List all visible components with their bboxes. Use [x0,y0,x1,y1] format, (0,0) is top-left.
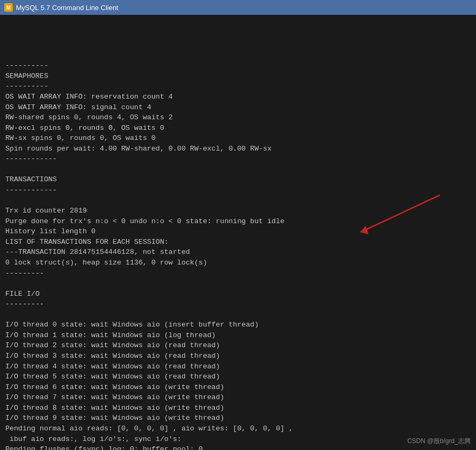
terminal-line: RW-shared spins 0, rounds 4, OS waits 2 [5,112,471,123]
terminal-line: FILE I/O [5,289,471,299]
terminal-line: RW-sx spins 0, rounds 0, OS waits 0 [5,133,471,144]
terminal-content: ----------SEMAPHORES----------OS WAIT AR… [5,40,471,450]
terminal-line: ---TRANSACTION 281475154446128, not star… [5,247,471,258]
terminal-line: I/O thread 1 state: wait Windows aio (lo… [5,330,471,341]
terminal-line: Trx id counter 2819 [5,206,471,216]
terminal-line [5,164,471,175]
terminal-line: Purge done for trx's n:o < 0 undo n:o < … [5,216,471,227]
terminal-line: ibuf aio reads:, log i/o's:, sync i/o's: [5,434,471,445]
terminal-line: SEMAPHORES [5,71,471,82]
terminal-line: LIST OF TRANSACTIONS FOR EACH SESSION: [5,237,471,248]
terminal-line: ------------ [5,154,471,164]
terminal-line: 0 lock struct(s), heap size 1136, 0 row … [5,258,471,268]
terminal-line: History list length 0 [5,226,471,237]
watermark: CSDN @殷b/grd_志腾 [407,437,471,446]
terminal-line [5,310,471,320]
terminal-line: I/O thread 9 state: wait Windows aio (wr… [5,413,471,423]
terminal-line: OS WAIT ARRAY INFO: signal count 4 [5,102,471,113]
terminal-line: ---------- [5,60,471,71]
title-bar: M MySQL 5.7 Command Line Client [0,0,476,15]
terminal-line: TRANSACTIONS [5,174,471,185]
terminal-line: Spin rounds per wait: 4.00 RW-shared, 0.… [5,144,471,154]
terminal-line: I/O thread 3 state: wait Windows aio (re… [5,351,471,361]
terminal-line: I/O thread 2 state: wait Windows aio (re… [5,340,471,351]
terminal-line: RW-excl spins 0, rounds 0, OS waits 0 [5,123,471,134]
terminal-line: I/O thread 4 state: wait Windows aio (re… [5,361,471,372]
terminal-line: Pending flushes (fsync) log: 0; buffer p… [5,444,471,450]
terminal-line: ---------- [5,81,471,92]
terminal-line: --------- [5,268,471,279]
terminal-line: OS WAIT ARRAY INFO: reservation count 4 [5,92,471,102]
window-title: MySQL 5.7 Command Line Client [16,4,118,12]
terminal-window: ----------SEMAPHORES----------OS WAIT AR… [0,15,476,450]
terminal-line: I/O thread 0 state: wait Windows aio (in… [5,320,471,330]
terminal-line: I/O thread 6 state: wait Windows aio (wr… [5,382,471,393]
terminal-line: Pending normal aio reads: [0, 0, 0, 0] ,… [5,423,471,434]
terminal-line: ------------ [5,185,471,196]
terminal-line: --------- [5,299,471,310]
app-icon: M [4,3,13,12]
terminal-line [5,278,471,289]
terminal-line: I/O thread 5 state: wait Windows aio (re… [5,372,471,382]
terminal-line: I/O thread 8 state: wait Windows aio (wr… [5,403,471,413]
terminal-line [5,196,471,206]
terminal-line: I/O thread 7 state: wait Windows aio (wr… [5,392,471,403]
